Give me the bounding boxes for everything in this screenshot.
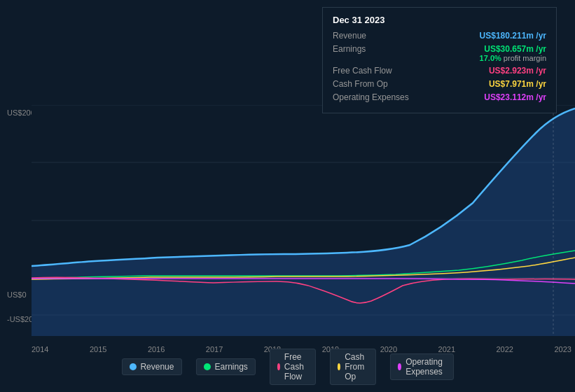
x-axis-label: 2023 xyxy=(554,345,571,354)
tooltip-revenue-value: US$180.211m /yr xyxy=(480,31,546,41)
tooltip-panel: Dec 31 2023 Revenue US$180.211m /yr Earn… xyxy=(322,7,557,113)
legend-label: Cash From Op xyxy=(345,352,368,382)
tooltip-earnings-value: US$30.657m /yr xyxy=(480,44,546,54)
y-axis-zero-label: US$0 xyxy=(7,290,27,299)
x-axis-label: 2022 xyxy=(497,345,513,354)
x-axis-label: 2014 xyxy=(32,345,48,354)
tooltip-opex-value: US$23.112m /yr xyxy=(484,92,546,102)
tooltip-fcf-value: US$2.923m /yr xyxy=(489,66,546,76)
tooltip-revenue-row: Revenue US$180.211m /yr xyxy=(333,31,546,41)
tooltip-fcf-label: Free Cash Flow xyxy=(333,66,417,76)
chart-svg xyxy=(32,105,575,336)
tooltip-opex-row: Operating Expenses US$23.112m /yr xyxy=(333,92,546,102)
tooltip-revenue-label: Revenue xyxy=(333,31,417,41)
legend: RevenueEarningsFree Cash FlowCash From O… xyxy=(121,349,453,385)
legend-item[interactable]: Cash From Op xyxy=(330,349,376,385)
legend-dot xyxy=(338,363,340,370)
x-axis-label: 2015 xyxy=(90,345,106,354)
legend-dot xyxy=(398,363,401,370)
tooltip-date: Dec 31 2023 xyxy=(333,15,546,25)
legend-label: Free Cash Flow xyxy=(284,352,308,382)
legend-dot xyxy=(203,363,210,370)
tooltip-cashop-value: US$7.971m /yr xyxy=(489,79,546,89)
legend-item[interactable]: Free Cash Flow xyxy=(270,349,316,385)
legend-item[interactable]: Earnings xyxy=(195,358,255,375)
legend-label: Operating Expenses xyxy=(406,357,445,377)
tooltip-earnings-label: Earnings xyxy=(333,44,417,54)
legend-dot xyxy=(129,363,136,370)
chart-container: Dec 31 2023 Revenue US$180.211m /yr Earn… xyxy=(0,0,575,392)
tooltip-earnings-margin: 17.0% profit margin xyxy=(480,54,546,62)
legend-label: Revenue xyxy=(140,362,174,372)
legend-item[interactable]: Revenue xyxy=(121,358,181,375)
tooltip-cashop-row: Cash From Op US$7.971m /yr xyxy=(333,79,546,89)
tooltip-fcf-row: Free Cash Flow US$2.923m /yr xyxy=(333,66,546,76)
tooltip-earnings-row: Earnings US$30.657m /yr 17.0% profit mar… xyxy=(333,44,546,62)
tooltip-cashop-label: Cash From Op xyxy=(333,79,417,89)
tooltip-opex-label: Operating Expenses xyxy=(333,92,417,102)
legend-dot xyxy=(277,363,280,370)
legend-label: Earnings xyxy=(214,362,247,372)
legend-item[interactable]: Operating Expenses xyxy=(390,354,454,380)
